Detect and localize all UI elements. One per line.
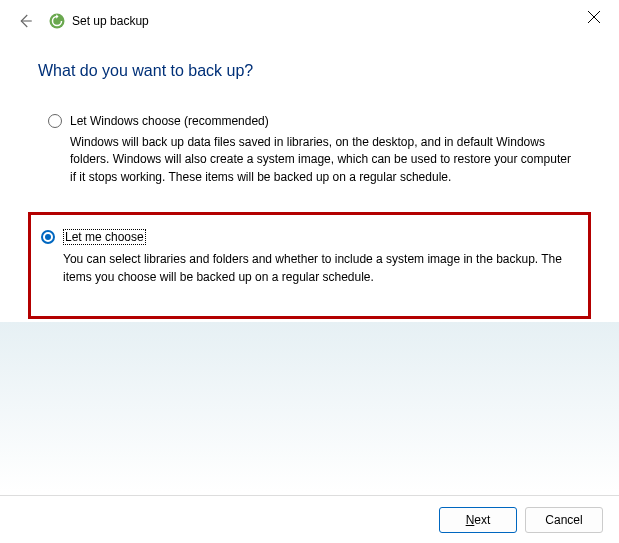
option-let-me-choose[interactable]: Let me choose You can select libraries a… [28, 212, 591, 319]
window-title: Set up backup [72, 14, 149, 28]
radio-let-me-choose[interactable] [41, 230, 55, 244]
option-desc-let-me-choose: You can select libraries and folders and… [63, 251, 573, 286]
back-button[interactable] [16, 12, 34, 30]
footer: Next Cancel [0, 495, 619, 543]
backup-wizard-icon [48, 12, 66, 30]
radio-windows-choose[interactable] [48, 114, 62, 128]
cancel-button[interactable]: Cancel [525, 507, 603, 533]
radio-label-let-me-choose: Let me choose [63, 229, 146, 245]
option-windows-choose[interactable]: Let Windows choose (recommended) Windows… [38, 108, 581, 192]
option-desc-windows-choose: Windows will back up data files saved in… [70, 134, 571, 186]
close-button[interactable] [587, 10, 601, 24]
radio-label-windows-choose: Let Windows choose (recommended) [70, 114, 269, 128]
page-heading: What do you want to back up? [38, 62, 581, 80]
next-button[interactable]: Next [439, 507, 517, 533]
